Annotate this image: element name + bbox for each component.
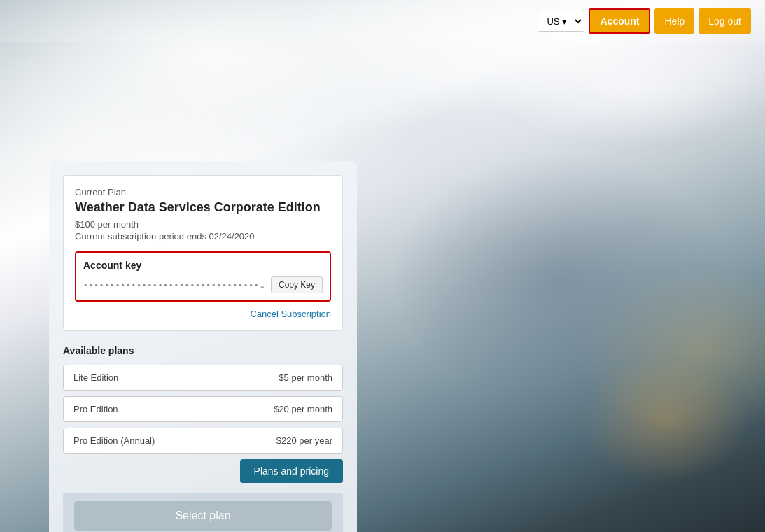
cancel-subscription-link[interactable]: Cancel Subscription — [75, 309, 331, 319]
account-key-row: ••••••••••••••••••••••••••••••••••••••••… — [83, 276, 323, 293]
copy-key-button[interactable]: Copy Key — [271, 276, 323, 293]
select-plan-button[interactable]: Select plan — [74, 501, 332, 531]
account-key-box: Account key ••••••••••••••••••••••••••••… — [75, 251, 331, 302]
plan-option-pro-price: $20 per month — [274, 404, 332, 414]
header: US ▾ Account Help Log out — [0, 0, 765, 42]
plan-period: Current subscription period ends 02/24/2… — [75, 231, 331, 241]
region-select[interactable]: US ▾ — [538, 10, 584, 32]
current-plan-label: Current Plan — [75, 187, 331, 197]
plan-option-pro[interactable]: Pro Edition $20 per month — [63, 396, 343, 422]
plan-option-pro-annual-price: $220 per year — [276, 435, 332, 446]
plan-option-lite-name: Lite Edition — [73, 372, 118, 383]
current-plan-section: Current Plan Weather Data Services Corpo… — [63, 175, 343, 331]
logout-button[interactable]: Log out — [699, 8, 751, 34]
plan-price: $100 per month — [75, 219, 331, 230]
account-button[interactable]: Account — [589, 8, 650, 34]
plan-option-pro-name: Pro Edition — [73, 404, 118, 414]
account-key-label: Account key — [83, 260, 323, 271]
bottom-section: Select plan Change payment information — [63, 493, 343, 532]
header-controls: US ▾ Account Help Log out — [538, 8, 751, 34]
account-key-value: •••••••••••••••••••••••••••••••••••••••• — [83, 281, 265, 290]
available-plans-section: Available plans Lite Edition $5 per mont… — [63, 345, 343, 483]
plan-option-lite[interactable]: Lite Edition $5 per month — [63, 365, 343, 391]
content-panel: Current Plan Weather Data Services Corpo… — [49, 161, 357, 532]
plan-name: Weather Data Services Corporate Edition — [75, 200, 331, 215]
plans-pricing-button[interactable]: Plans and pricing — [240, 459, 343, 483]
help-button[interactable]: Help — [654, 8, 694, 34]
available-plans-label: Available plans — [63, 345, 343, 356]
plan-option-lite-price: $5 per month — [279, 372, 332, 383]
plan-option-pro-annual[interactable]: Pro Edition (Annual) $220 per year — [63, 428, 343, 454]
plan-option-pro-annual-name: Pro Edition (Annual) — [73, 435, 155, 446]
